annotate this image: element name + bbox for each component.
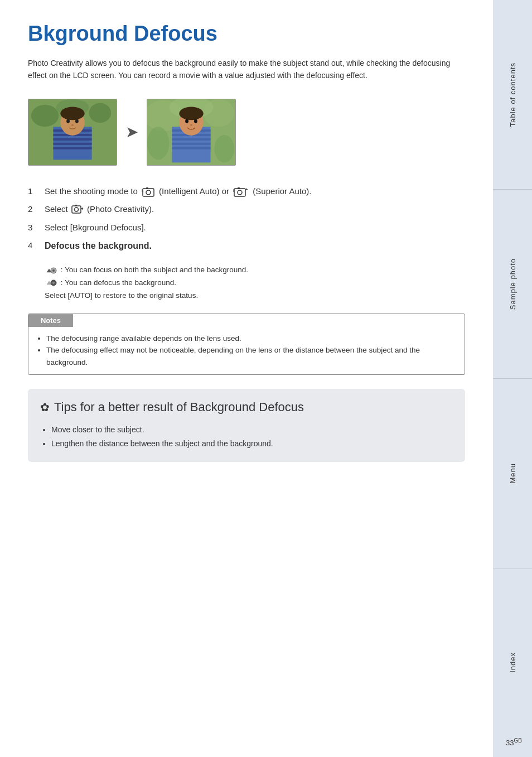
svg-point-20 bbox=[214, 135, 234, 162]
example-images: ➤ bbox=[28, 99, 465, 166]
defocus-bg-icon bbox=[45, 278, 57, 288]
notes-box: Notes The defocusing range available dep… bbox=[28, 314, 465, 375]
svg-rect-32 bbox=[143, 189, 154, 196]
svg-rect-26 bbox=[172, 147, 210, 149]
svg-point-11 bbox=[60, 107, 84, 120]
svg-point-28 bbox=[179, 107, 203, 120]
step-4: 4 Defocus the background. bbox=[28, 239, 465, 253]
intelligent-auto-icon: i bbox=[141, 186, 156, 197]
step-3: 3 Select [Bkground Defocus]. bbox=[28, 221, 465, 234]
svg-rect-25 bbox=[172, 142, 210, 144]
sidebar-label-menu: Menu bbox=[509, 463, 517, 484]
notes-list: The defocusing range available depends o… bbox=[36, 332, 457, 369]
sidebar-label-index: Index bbox=[509, 652, 517, 673]
sidebar-label-toc: Table of contents bbox=[509, 62, 517, 127]
page-num-value: 33 bbox=[506, 739, 514, 747]
intro-paragraph: Photo Creativity allows you to defocus t… bbox=[28, 57, 465, 82]
svg-point-50 bbox=[52, 282, 55, 284]
svg-point-2 bbox=[89, 103, 112, 123]
svg-rect-8 bbox=[53, 142, 91, 144]
svg-rect-41 bbox=[72, 206, 81, 213]
svg-rect-34 bbox=[146, 187, 148, 189]
tips-title-text: Tips for a better result of Background D… bbox=[54, 400, 304, 414]
svg-point-31 bbox=[190, 124, 192, 126]
sidebar-item-index[interactable]: Index bbox=[493, 568, 532, 758]
page-number: 33GB bbox=[506, 737, 522, 747]
arrow-icon: ➤ bbox=[123, 123, 141, 141]
note-1: The defocusing range available depends o… bbox=[46, 332, 457, 345]
svg-rect-24 bbox=[172, 138, 210, 140]
superior-auto-icon: i + bbox=[233, 186, 249, 197]
steps-list: 1 Set the shooting mode to i (Intelligen… bbox=[28, 185, 465, 253]
tip-1: Move closer to the subject. bbox=[51, 423, 453, 437]
notes-content: The defocusing range available depends o… bbox=[28, 327, 465, 374]
svg-text:i: i bbox=[142, 189, 143, 192]
svg-point-14 bbox=[71, 124, 74, 126]
sidebar-item-sample-photo[interactable]: Sample photo bbox=[493, 190, 532, 379]
svg-point-37 bbox=[238, 190, 242, 195]
svg-point-19 bbox=[147, 127, 170, 160]
svg-point-29 bbox=[185, 119, 188, 123]
sidebar-item-menu[interactable]: Menu bbox=[493, 379, 532, 568]
detail-focus-both: : You can focus on both the subject and … bbox=[45, 264, 465, 277]
sidebar: Table of contents Sample photo Menu Inde… bbox=[493, 0, 532, 757]
notes-header: Notes bbox=[28, 314, 73, 327]
sidebar-item-toc[interactable]: Table of contents bbox=[493, 0, 532, 190]
svg-text:+: + bbox=[245, 187, 248, 192]
photo-creativity-icon: ✦ bbox=[71, 204, 84, 215]
sidebar-label-sample-photo: Sample photo bbox=[509, 258, 517, 310]
svg-point-42 bbox=[74, 208, 78, 211]
svg-rect-38 bbox=[238, 187, 240, 189]
page-suffix: GB bbox=[514, 737, 522, 744]
note-2: The defocusing effect may not be noticea… bbox=[46, 344, 457, 368]
focus-both-icon bbox=[45, 266, 57, 276]
page-title: Bkground Defocus bbox=[28, 22, 465, 46]
svg-text:i: i bbox=[233, 189, 234, 192]
step-4-details: : You can focus on both the subject and … bbox=[45, 264, 465, 302]
step-1: 1 Set the shooting mode to i (Intelligen… bbox=[28, 185, 465, 198]
svg-point-47 bbox=[52, 269, 55, 272]
svg-point-13 bbox=[75, 119, 79, 123]
before-photo bbox=[28, 99, 117, 166]
tips-icon: ✿ bbox=[40, 401, 50, 414]
tips-list: Move closer to the subject. Lengthen the… bbox=[40, 423, 453, 451]
step-2: 2 Select ✦ (Photo Creativity). bbox=[28, 203, 465, 216]
svg-point-30 bbox=[194, 119, 197, 123]
detail-defocus-bg: : You can defocus the background. bbox=[45, 277, 465, 290]
tips-box: ✿ Tips for a better result of Background… bbox=[28, 389, 465, 462]
svg-rect-36 bbox=[234, 189, 245, 196]
svg-point-1 bbox=[31, 104, 59, 127]
after-photo bbox=[147, 99, 236, 166]
svg-point-12 bbox=[66, 119, 70, 123]
tips-title: ✿ Tips for a better result of Background… bbox=[40, 400, 453, 414]
svg-text:✦: ✦ bbox=[80, 206, 84, 211]
svg-rect-9 bbox=[53, 147, 91, 149]
tip-2: Lengthen the distance between the subjec… bbox=[51, 437, 453, 451]
svg-point-33 bbox=[146, 190, 151, 195]
detail-auto-restore: Select [AUTO] to restore to the original… bbox=[45, 290, 465, 302]
svg-rect-43 bbox=[75, 205, 77, 206]
svg-rect-7 bbox=[53, 138, 91, 140]
